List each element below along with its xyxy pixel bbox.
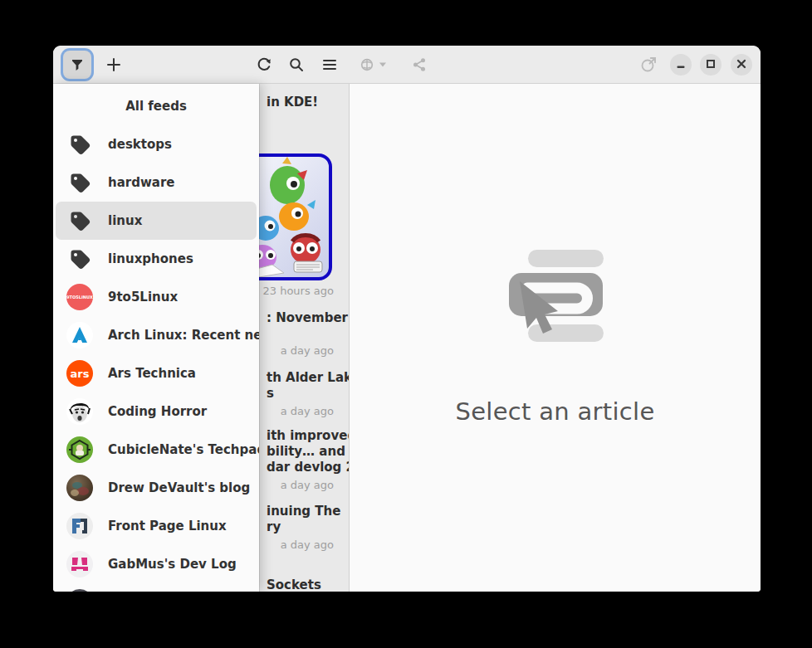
maximize-icon [705, 58, 717, 72]
article-title-fragment: ith improved [267, 428, 350, 444]
tag-icon [66, 131, 93, 158]
globe-icon [360, 56, 389, 73]
feed-row-arch-linux[interactable]: Arch Linux: Recent ne… [53, 316, 259, 354]
feed-row-drew-devault[interactable]: Drew DeVault's blog [53, 469, 259, 507]
article-timestamp: a day ago [258, 405, 334, 417]
feed-favicon-9to5linux: 9TO5LINUX [66, 284, 93, 310]
article-timestamp: a day ago [258, 538, 334, 551]
feed-row-9to5linux[interactable]: 9TO5LINUX 9to5Linux [53, 278, 259, 316]
feed-label: Coding Horror [108, 404, 207, 419]
feed-row-front-page-linux[interactable]: Front Page Linux [53, 507, 259, 545]
tag-row-desktops[interactable]: desktops [53, 125, 259, 163]
feed-row-cubiclenate[interactable]: CubicleNate's Techpad [53, 431, 259, 469]
tag-row-hardware[interactable]: hardware [53, 163, 259, 202]
article-title-fragment: Sockets [267, 577, 321, 592]
article-title-fragment: in KDE! [267, 95, 318, 110]
close-button[interactable] [731, 54, 752, 76]
minimize-icon [675, 58, 687, 72]
add-feed-button[interactable] [100, 51, 128, 79]
desktop-background: in KDE! [0, 0, 812, 648]
feed-label: 9to5Linux [108, 290, 178, 305]
article-title-fragment: ry [267, 519, 281, 535]
tag-icon [66, 246, 93, 272]
share-icon [411, 56, 428, 73]
content-pane: Select an article [350, 84, 761, 592]
popover-item-all-feeds[interactable]: All feeds [53, 87, 259, 125]
article-timestamp: a day ago [258, 479, 334, 491]
feed-label: GabMus's Dev Log [108, 557, 237, 572]
feed-row-gabmus-dev-log[interactable]: GabMus's Dev Log [53, 545, 259, 583]
open-in-browser-button[interactable] [634, 51, 663, 79]
feed-favicon-arch-linux [66, 322, 93, 348]
tag-label: linux [108, 213, 142, 228]
feed-label: Drew DeVault's blog [108, 480, 250, 495]
feed-favicon-partial [66, 589, 93, 592]
feed-favicon-cubiclenate [66, 436, 93, 463]
article-title-fragment: : November [267, 310, 348, 326]
menu-button[interactable] [316, 51, 344, 79]
article-title-fragment: inuing The [267, 504, 340, 519]
feed-row-partial[interactable] [53, 583, 259, 592]
app-logo-icon [507, 250, 604, 354]
empty-state-message: Select an article [455, 397, 654, 426]
maximize-button[interactable] [700, 54, 722, 76]
close-icon [736, 58, 747, 72]
article-timestamp: 23 hours ago [258, 285, 334, 297]
article-timestamp: a day ago [258, 344, 334, 357]
feed-favicon-coding-horror [66, 398, 93, 425]
minimize-button[interactable] [670, 54, 692, 76]
hamburger-menu-icon [322, 57, 337, 72]
feed-favicon-gabmus [66, 551, 93, 577]
plus-icon [105, 56, 122, 73]
feed-label: Arch Linux: Recent ne… [108, 328, 259, 343]
article-title-fragment: th Alder Lake [267, 370, 350, 386]
feed-row-ars-technica[interactable]: ars Ars Technica [53, 354, 259, 392]
feed-label: Front Page Linux [108, 519, 227, 534]
feed-row-coding-horror[interactable]: Coding Horror [53, 392, 259, 431]
feed-favicon-front-page-linux [66, 513, 93, 539]
globe-arrow-icon [639, 56, 658, 74]
article-title-fragment: bility… and a [267, 444, 350, 460]
feed-favicon-ars-technica: ars [66, 360, 93, 387]
search-button[interactable] [282, 51, 311, 79]
tag-row-linuxphones[interactable]: linuxphones [53, 240, 259, 278]
tag-label: desktops [108, 137, 172, 152]
feed-label: Ars Technica [108, 366, 196, 381]
filter-feeds-button[interactable] [63, 51, 91, 79]
headerbar [53, 46, 761, 84]
refresh-button[interactable] [250, 51, 278, 79]
feed-label: CubicleNate's Techpad [108, 442, 259, 457]
feed-favicon-drew-devault [66, 475, 93, 501]
tag-icon [66, 207, 93, 234]
tag-label: hardware [108, 175, 175, 190]
tag-label: linuxphones [108, 251, 193, 266]
article-title-fragment: dar devlog 23 [267, 460, 350, 475]
article-title-fragment: s [267, 386, 274, 402]
tag-icon [66, 169, 93, 196]
search-icon [288, 56, 305, 73]
tag-row-linux-selected[interactable]: linux [56, 202, 257, 240]
feed-source-dropdown[interactable] [355, 51, 394, 79]
feeds-popover: All feeds desktops hardware linux [53, 84, 259, 592]
share-button[interactable] [405, 51, 433, 79]
refresh-icon [256, 56, 272, 73]
filter-icon [69, 56, 86, 73]
app-window: in KDE! [53, 46, 761, 592]
